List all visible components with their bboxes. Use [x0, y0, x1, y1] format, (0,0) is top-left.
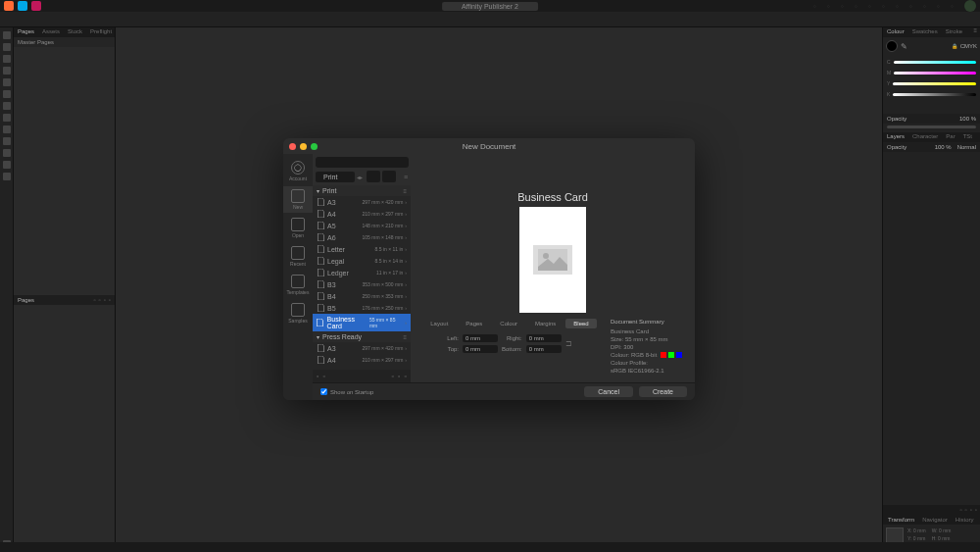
- tab-colour-settings[interactable]: Colour: [492, 319, 525, 328]
- tab-assets[interactable]: Assets: [38, 27, 64, 37]
- sidebar-item-account[interactable]: ◯ Account: [283, 158, 313, 184]
- link-bleed-icon[interactable]: ⊐: [565, 339, 572, 348]
- orientation-landscape-button[interactable]: [382, 171, 396, 182]
- app-icon-2[interactable]: [18, 1, 27, 11]
- checkbox-input[interactable]: [320, 388, 327, 395]
- tool-icon[interactable]: ◦: [909, 2, 917, 10]
- user-avatar-icon[interactable]: [964, 0, 976, 12]
- orientation-portrait-button[interactable]: [367, 171, 380, 182]
- panel-menu-icon[interactable]: ≡: [403, 334, 407, 340]
- tool-icon[interactable]: ◦: [937, 2, 945, 10]
- preset-item[interactable]: B3353 mm × 500 mm›: [313, 278, 411, 290]
- text-tool-icon[interactable]: [3, 55, 11, 63]
- tab-pages-settings[interactable]: Pages: [458, 319, 490, 328]
- transform-x[interactable]: X: 0 mm: [907, 527, 926, 533]
- tab-layers[interactable]: Layers: [883, 132, 908, 142]
- transform-y[interactable]: Y: 0 mm: [907, 535, 926, 541]
- sidebar-item-templates[interactable]: Templates: [283, 272, 313, 298]
- search-input[interactable]: [316, 157, 409, 168]
- tab-stroke[interactable]: Stroke: [942, 27, 966, 37]
- table-tool-icon[interactable]: [3, 78, 11, 86]
- tab-stock[interactable]: Stock: [64, 27, 86, 37]
- tool-icon[interactable]: ◦: [827, 2, 835, 10]
- preset-folder-icon[interactable]: ▫: [322, 373, 324, 379]
- panel-menu-icon[interactable]: ≡: [970, 27, 980, 37]
- eyedropper-icon[interactable]: ✎: [901, 42, 907, 51]
- tab-character[interactable]: Character: [908, 132, 942, 142]
- zoom-tool-icon[interactable]: [3, 149, 11, 157]
- layer-action-icon[interactable]: ▫: [959, 507, 961, 513]
- tab-pages[interactable]: Pages: [14, 27, 38, 37]
- preset-list[interactable]: ▾Print≡A3297 mm × 420 mm›A4210 mm × 297 …: [313, 185, 411, 382]
- crop-tool-icon[interactable]: [3, 137, 11, 145]
- tab-layout[interactable]: Layout: [422, 319, 456, 328]
- color-sliders[interactable]: C M Y K: [883, 55, 980, 114]
- app-icon-1[interactable]: [4, 1, 14, 11]
- tab-preflight[interactable]: Preflight: [86, 27, 116, 37]
- sidebar-item-open[interactable]: Open: [283, 215, 313, 241]
- preset-item[interactable]: A3297 mm × 420 mm›: [313, 342, 411, 354]
- blend-mode-select[interactable]: Normal: [957, 144, 976, 150]
- hand-tool-icon[interactable]: [3, 161, 11, 169]
- layer-action-icon[interactable]: ▫: [970, 507, 972, 513]
- app-icon-3[interactable]: [31, 1, 41, 11]
- create-button[interactable]: Create: [639, 386, 687, 397]
- tool-icon[interactable]: ◦: [855, 2, 862, 10]
- transform-w[interactable]: W: 0 mm: [932, 527, 952, 533]
- preset-item[interactable]: B5176 mm × 250 mm›: [313, 302, 411, 314]
- tab-transform[interactable]: Transform: [884, 516, 918, 524]
- tool-icon[interactable]: ◦: [841, 2, 849, 10]
- minimize-window-button[interactable]: [300, 143, 307, 150]
- preset-item[interactable]: B4250 mm × 353 mm›: [313, 290, 411, 302]
- preset-action-icon[interactable]: ▫: [392, 373, 394, 379]
- lock-icon[interactable]: 🔒: [952, 43, 957, 49]
- preset-item[interactable]: Letter8.5 in × 11 in›: [313, 243, 411, 255]
- close-window-button[interactable]: [289, 143, 296, 150]
- tab-margins[interactable]: Margins: [527, 319, 564, 328]
- panel-menu-icon[interactable]: ≡: [404, 174, 408, 180]
- bleed-left-input[interactable]: [463, 334, 498, 342]
- pen-tool-icon[interactable]: [3, 90, 11, 98]
- vector-tool-icon[interactable]: [3, 125, 11, 133]
- preset-item[interactable]: A6105 mm × 148 mm›: [313, 231, 411, 243]
- preset-action-icon[interactable]: ▫: [398, 373, 400, 379]
- transform-h[interactable]: H: 0 mm: [932, 535, 952, 541]
- shape-tool-icon[interactable]: [3, 102, 11, 110]
- tab-text-styles[interactable]: TSt: [959, 132, 976, 142]
- pages-icon[interactable]: ▫: [93, 297, 95, 303]
- preset-item[interactable]: A3297 mm × 420 mm›: [313, 196, 411, 208]
- tool-icon[interactable]: ◦: [896, 2, 904, 10]
- opacity-value[interactable]: 100 %: [959, 116, 976, 122]
- tab-bleed[interactable]: Bleed: [565, 319, 596, 328]
- frame-tool-icon[interactable]: [3, 67, 11, 75]
- tab-paragraph[interactable]: Par: [942, 132, 958, 142]
- pages-icon[interactable]: ▫: [104, 297, 106, 303]
- fill-swatch[interactable]: [886, 40, 898, 52]
- bleed-top-input[interactable]: [463, 345, 498, 353]
- layer-opacity-value[interactable]: 100 %: [935, 144, 952, 150]
- pages-icon[interactable]: ▫: [109, 297, 111, 303]
- move-tool-icon[interactable]: [3, 31, 11, 39]
- sidebar-item-samples[interactable]: Samples: [283, 300, 313, 326]
- preset-item[interactable]: A4210 mm × 297 mm›: [313, 208, 411, 220]
- tool-icon[interactable]: ◦: [923, 2, 931, 10]
- opacity-slider[interactable]: [887, 125, 976, 128]
- preset-category-header[interactable]: ▾Press Ready≡: [313, 331, 411, 342]
- color-picker-tool-icon[interactable]: [3, 173, 11, 180]
- preset-item[interactable]: A4210 mm × 297 mm›: [313, 354, 411, 366]
- layer-action-icon[interactable]: ▫: [975, 507, 977, 513]
- preset-category-header[interactable]: ▾Print≡: [313, 185, 411, 196]
- node-tool-icon[interactable]: [3, 43, 11, 51]
- add-preset-icon[interactable]: ▫: [317, 373, 318, 379]
- tab-colour[interactable]: Colour: [883, 27, 908, 37]
- delete-preset-icon[interactable]: ▫: [405, 373, 407, 379]
- dialog-titlebar[interactable]: New Document: [283, 138, 695, 154]
- tool-icon[interactable]: ◦: [951, 2, 958, 10]
- preset-item[interactable]: A5148 mm × 210 mm›: [313, 220, 411, 231]
- sidebar-item-recent[interactable]: Recent: [283, 243, 313, 270]
- tab-swatches[interactable]: Swatches: [908, 27, 942, 37]
- pages-icon[interactable]: ▫: [99, 297, 101, 303]
- show-on-startup-checkbox[interactable]: Show on Startup: [320, 388, 373, 395]
- layer-action-icon[interactable]: ▫: [965, 507, 967, 513]
- tool-icon[interactable]: ◦: [813, 2, 821, 10]
